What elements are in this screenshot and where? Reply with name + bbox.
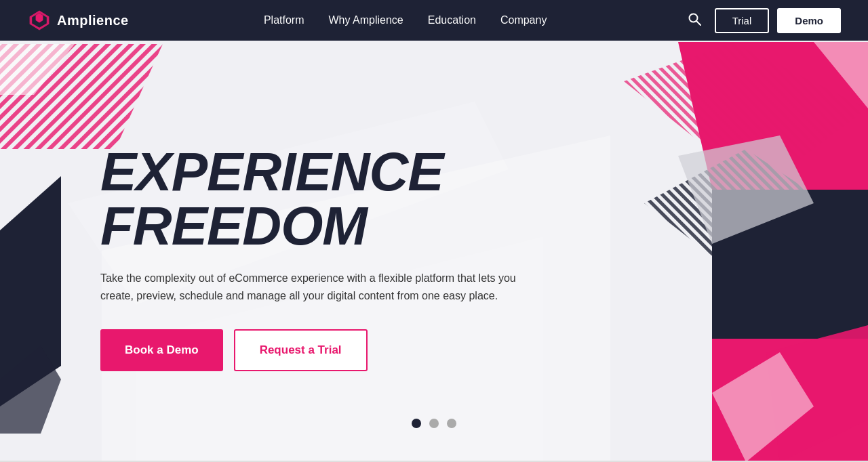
carousel-dot-2[interactable] bbox=[429, 419, 439, 428]
logo-icon bbox=[27, 8, 52, 33]
svg-marker-22 bbox=[712, 190, 868, 339]
trial-button[interactable]: Trial bbox=[715, 8, 770, 33]
logo-text: Amplience bbox=[57, 13, 129, 28]
request-trial-button[interactable]: Request a Trial bbox=[234, 329, 368, 371]
svg-marker-26 bbox=[766, 325, 868, 462]
hero-title: EXPERIENCE FREEDOM bbox=[100, 145, 556, 253]
svg-marker-23 bbox=[644, 149, 868, 298]
nav-why-amplience[interactable]: Why Amplience bbox=[329, 14, 403, 26]
hero-section: EXPERIENCE FREEDOM Take the complexity o… bbox=[0, 0, 868, 462]
svg-marker-14 bbox=[0, 44, 75, 95]
svg-marker-24 bbox=[678, 135, 814, 244]
carousel-dots bbox=[412, 419, 456, 428]
navbar: Amplience Platform Why Amplience Educati… bbox=[0, 0, 868, 41]
svg-marker-19 bbox=[678, 42, 868, 190]
svg-marker-25 bbox=[712, 339, 868, 462]
nav-company[interactable]: Company bbox=[500, 14, 547, 26]
carousel-dot-3[interactable] bbox=[447, 419, 456, 428]
svg-marker-27 bbox=[712, 352, 814, 462]
nav-actions: Trial Demo bbox=[682, 8, 841, 33]
svg-marker-21 bbox=[624, 42, 868, 190]
logo[interactable]: Amplience bbox=[27, 8, 129, 33]
book-demo-button[interactable]: Book a Demo bbox=[100, 329, 223, 371]
carousel-dot-1[interactable] bbox=[412, 419, 421, 428]
demo-button[interactable]: Demo bbox=[777, 8, 841, 33]
search-button[interactable] bbox=[682, 9, 707, 32]
hero-content: EXPERIENCE FREEDOM Take the complexity o… bbox=[0, 131, 556, 371]
nav-platform[interactable]: Platform bbox=[264, 14, 304, 26]
hero-buttons: Book a Demo Request a Trial bbox=[100, 329, 556, 371]
svg-line-4 bbox=[696, 21, 701, 25]
nav-education[interactable]: Education bbox=[428, 14, 476, 26]
svg-marker-20 bbox=[712, 42, 868, 108]
hero-subtitle: Take the complexity out of eCommerce exp… bbox=[100, 270, 521, 304]
nav-links: Platform Why Amplience Education Company bbox=[264, 14, 547, 26]
